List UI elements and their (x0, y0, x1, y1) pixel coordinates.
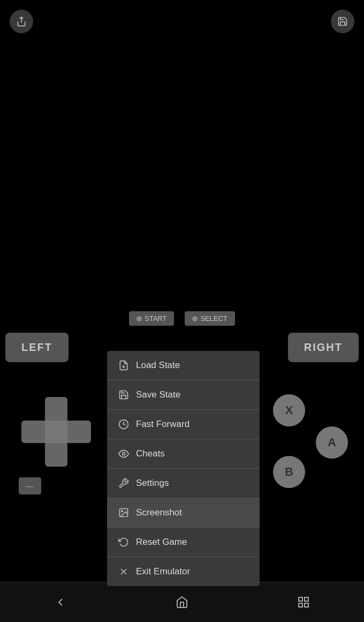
svg-rect-10 (305, 597, 308, 601)
left-label: LEFT (21, 341, 52, 353)
save-icon-btn[interactable] (331, 10, 354, 33)
screenshot-label: Screenshot (136, 507, 182, 518)
menu-item-load-state[interactable]: Load State (107, 351, 260, 380)
menu-item-exit-emulator[interactable]: Exit Emulator (107, 557, 260, 586)
context-menu: Load State Save State Fast Forward (107, 351, 260, 586)
home-nav-button[interactable] (169, 589, 195, 616)
load-state-icon (118, 359, 130, 371)
b-button[interactable]: B (273, 456, 305, 488)
share-icon-btn[interactable] (10, 10, 33, 33)
exit-icon (118, 566, 130, 578)
start-label: START (145, 314, 166, 323)
share-icon (16, 16, 27, 27)
menu-item-settings[interactable]: Settings (107, 469, 260, 498)
menu-item-reset-game[interactable]: Reset Game (107, 528, 260, 557)
a-label: A (328, 436, 336, 449)
dpad-center (45, 421, 67, 443)
svg-point-4 (123, 453, 125, 455)
a-button[interactable]: A (316, 426, 348, 459)
reset-game-label: Reset Game (136, 537, 187, 548)
reset-game-icon (118, 536, 130, 548)
svg-rect-11 (305, 603, 308, 607)
cheats-icon (118, 448, 130, 460)
nav-bar (0, 582, 364, 622)
select-dot (192, 316, 198, 321)
recent-nav-button[interactable] (290, 589, 317, 616)
save-state-icon (118, 389, 130, 401)
select-label: SELECT (200, 314, 228, 323)
start-dot (136, 316, 142, 321)
svg-rect-9 (299, 597, 302, 601)
right-button[interactable]: RIGHT (288, 333, 359, 362)
start-button[interactable]: START (129, 311, 174, 326)
svg-point-6 (122, 511, 123, 512)
dpad[interactable] (21, 397, 91, 467)
floppy-icon (337, 16, 348, 27)
menu-item-cheats[interactable]: Cheats (107, 439, 260, 469)
x-label: X (285, 403, 293, 417)
load-state-label: Load State (136, 360, 180, 371)
settings-label: Settings (136, 478, 169, 489)
x-button[interactable]: X (273, 394, 305, 426)
menu-item-save-state[interactable]: Save State (107, 380, 260, 410)
start-select-area: START SELECT (129, 311, 235, 326)
left-button[interactable]: LEFT (5, 333, 69, 362)
minus-button[interactable]: — (19, 477, 41, 494)
select-button[interactable]: SELECT (185, 311, 235, 326)
screenshot-icon (118, 507, 130, 519)
fast-forward-icon (118, 418, 130, 430)
menu-item-screenshot[interactable]: Screenshot (107, 498, 260, 528)
exit-emulator-label: Exit Emulator (136, 566, 190, 577)
svg-rect-12 (299, 603, 302, 607)
back-nav-button[interactable] (47, 589, 74, 616)
b-label: B (285, 465, 293, 479)
settings-icon (118, 477, 130, 489)
right-label: RIGHT (304, 341, 343, 353)
fast-forward-label: Fast Forward (136, 419, 189, 430)
cheats-label: Cheats (136, 448, 165, 459)
save-state-label: Save State (136, 389, 180, 400)
menu-item-fast-forward[interactable]: Fast Forward (107, 410, 260, 439)
